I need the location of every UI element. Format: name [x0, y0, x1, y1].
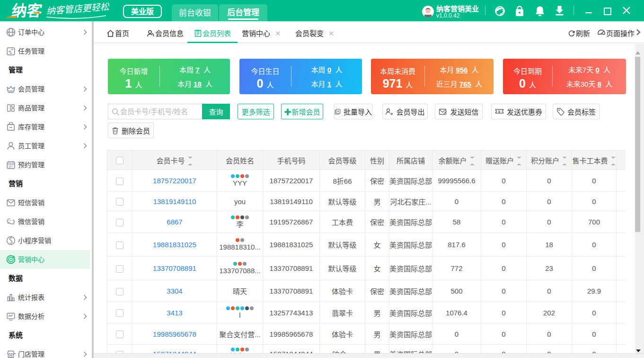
svg-text:纳客管店更轻松: 纳客管店更轻松: [46, 2, 110, 16]
